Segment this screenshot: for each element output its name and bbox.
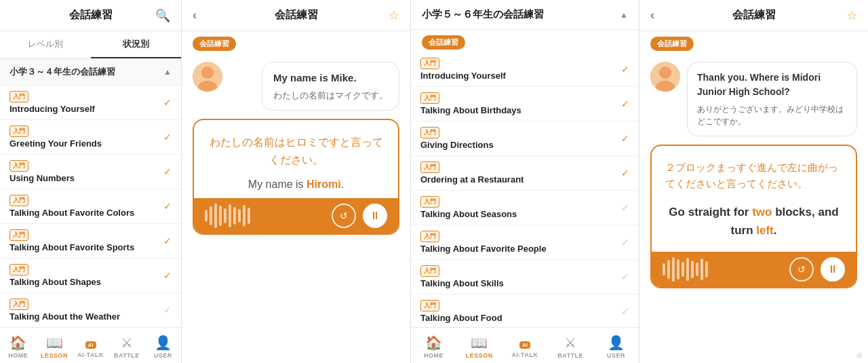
- panel4-header: ‹ 会話練習 ☆: [639, 0, 868, 31]
- check-icon: ✓: [621, 271, 629, 282]
- wave-bar: [701, 259, 703, 280]
- lesson-level: 入門: [420, 161, 439, 173]
- panel2-badge-row: 会話練習: [182, 31, 410, 54]
- list-item[interactable]: 入門 Ordering at a Restaurant ✓: [411, 156, 639, 191]
- wave-bar: [238, 209, 241, 223]
- nav-ai-talk[interactable]: AI AI-TALK: [73, 332, 108, 362]
- speech-bubble: My name is Mike. わたしの名前はマイクです。: [262, 62, 399, 111]
- tab-level[interactable]: レベル別: [0, 31, 91, 58]
- nav-home[interactable]: 🏠 HOME: [411, 332, 456, 362]
- directions-en: Go straight for two blocks, and turn lef…: [665, 203, 842, 240]
- nav-user[interactable]: 👤 USER: [145, 332, 181, 362]
- lesson-title: Talking About Favorite Sports: [9, 242, 134, 252]
- check-icon: ✓: [621, 237, 629, 248]
- ai-talk-icon: AI: [519, 335, 530, 350]
- panel4-speech-row: Thank you. Where is Midori Junior High S…: [639, 54, 868, 145]
- panel2-badge: 会話練習: [193, 37, 236, 51]
- chevron-up-icon: ▲: [163, 67, 172, 77]
- nav-lesson[interactable]: 📖 LESSON: [456, 332, 502, 362]
- wave-bar: [224, 208, 226, 223]
- nav-user[interactable]: 👤 USER: [593, 332, 639, 362]
- nav-home[interactable]: 🏠 HOME: [0, 332, 36, 362]
- search-icon[interactable]: 🔍: [155, 8, 170, 23]
- list-item[interactable]: 入門 Talking About Shapes ✓: [0, 259, 181, 293]
- ai-talk-icon: AI: [85, 335, 96, 350]
- nav-ai-talk[interactable]: AI AI-TALK: [502, 332, 547, 362]
- wave-bar: [682, 262, 684, 277]
- lesson-title: Giving Directions: [420, 140, 494, 150]
- list-item[interactable]: 入門 Talking About Birthdays ✓: [411, 87, 639, 121]
- list-item[interactable]: 入門 Talking About Seasons ✓: [411, 191, 639, 225]
- star-icon[interactable]: ☆: [389, 8, 399, 23]
- panel-directions: ‹ 会話練習 ☆ 会話練習 Thank you. Where is Midori…: [639, 0, 868, 363]
- directions-speech-en: Thank you. Where is Midori Junior High S…: [697, 71, 847, 99]
- lesson-title: Introducing Yourself: [420, 71, 506, 81]
- panel4-badge: 会話練習: [650, 37, 694, 51]
- wave-bar: [663, 263, 665, 275]
- list-item[interactable]: 入門 Introducing Yourself ✓: [411, 52, 639, 87]
- wave-bar: [243, 205, 245, 227]
- lesson-title: Talking About the Weather: [9, 311, 120, 322]
- wave-bar: [210, 206, 212, 225]
- nav-battle[interactable]: ⚔ BATTLE: [548, 332, 593, 362]
- check-icon: ✓: [621, 98, 629, 109]
- lesson-level: 入門: [9, 126, 28, 137]
- wave-bar: [677, 259, 679, 280]
- home-icon: 🏠: [425, 335, 442, 351]
- nav-lesson[interactable]: 📖 LESSON: [36, 332, 72, 362]
- back-icon[interactable]: ‹: [193, 8, 197, 22]
- pause-button[interactable]: ⏸: [363, 204, 387, 228]
- check-icon: ✓: [163, 270, 172, 281]
- check-icon: ✓: [163, 166, 172, 177]
- lesson-title: Talking About Shapes: [9, 277, 101, 287]
- refresh-button[interactable]: ↺: [332, 204, 356, 228]
- audio-bar: ↺ ⏸: [652, 252, 856, 287]
- svg-point-1: [201, 66, 214, 79]
- directions-highlight1: two: [752, 206, 772, 218]
- directions-en-pre: Go straight for: [669, 206, 752, 218]
- list-item[interactable]: 入門 Talking About Food ✓: [411, 294, 639, 327]
- wave-bar: [205, 210, 208, 222]
- waveform: [205, 204, 326, 228]
- chevron-up-icon: ▲: [620, 10, 628, 20]
- lesson-level: 入門: [420, 58, 439, 69]
- lesson-level: 入門: [420, 265, 439, 277]
- list-item[interactable]: 入門 Greeting Your Friends ✓: [0, 120, 181, 155]
- list-item[interactable]: 入門 Giving Directions ✓: [411, 121, 639, 156]
- nav-battle[interactable]: ⚔ BATTLE: [108, 332, 144, 362]
- list-item[interactable]: 入門 Talking About Favorite Colors ✓: [0, 189, 181, 224]
- lesson-title: Greeting Your Friends: [9, 138, 102, 149]
- tab-situation[interactable]: 状況別: [91, 31, 182, 58]
- lesson-level: 入門: [9, 264, 28, 275]
- refresh-button[interactable]: ↺: [789, 257, 814, 282]
- check-icon: ✓: [163, 97, 172, 108]
- avatar: [193, 62, 222, 92]
- pause-button[interactable]: ⏸: [821, 257, 845, 282]
- avatar: [650, 62, 680, 92]
- user-icon: 👤: [608, 335, 625, 351]
- back-icon[interactable]: ‹: [650, 8, 654, 22]
- wave-bar: [696, 263, 698, 276]
- lesson-title: Talking About Favorite People: [420, 244, 547, 254]
- panel1-section-header[interactable]: 小学３～４年生の会話練習 ▲: [0, 59, 181, 85]
- check-icon: ✓: [163, 305, 172, 316]
- panel1-title: 会話練習: [69, 8, 113, 22]
- check-icon: ✓: [621, 133, 629, 144]
- list-item[interactable]: 入門 Talking About Favorite People ✓: [411, 225, 639, 260]
- check-icon: ✓: [621, 202, 629, 213]
- star-icon[interactable]: ☆: [846, 8, 857, 23]
- list-item[interactable]: 入門 Talking About the Weather ✓: [0, 293, 181, 327]
- panel3-header: 小学５～６年生の会話練習 ▲: [411, 0, 639, 30]
- speech-jp: わたしの名前はマイクです。: [273, 89, 388, 102]
- lesson-title: Ordering at a Restaurant: [420, 174, 524, 185]
- panel2-avatar-row: My name is Mike. わたしの名前はマイクです。: [193, 62, 399, 111]
- directions-highlight2: left: [756, 224, 774, 237]
- list-item[interactable]: 入門 Using Numbers ✓: [0, 155, 181, 189]
- svg-point-4: [659, 66, 671, 79]
- panel-conversation: ‹ 会話練習 ☆ 会話練習 My name is Mike. わたしの名前はマイ…: [182, 0, 411, 363]
- list-item[interactable]: 入門 Talking About Skills ✓: [411, 260, 639, 294]
- list-item[interactable]: 入門 Introducing Yourself ✓: [0, 85, 181, 120]
- list-item[interactable]: 入門 Talking About Favorite Sports ✓: [0, 224, 181, 259]
- battle-icon: ⚔: [564, 335, 576, 351]
- lesson-level: 入門: [9, 299, 28, 310]
